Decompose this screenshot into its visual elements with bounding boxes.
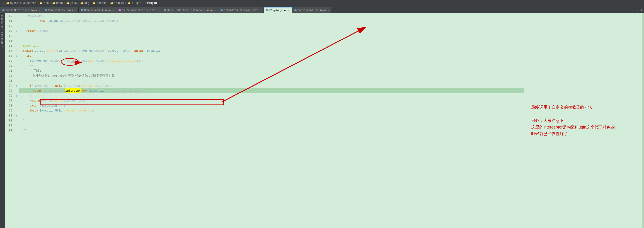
project-icon: 📁	[6, 2, 9, 5]
breadcrumb-ibatis: ibatis	[114, 2, 124, 5]
code-line-60: interfaces;	[18, 14, 524, 18]
tab-label: SecondLevelDemo.java	[6, 8, 37, 12]
breadcrumb-main: main	[56, 2, 63, 5]
breadcrumb-apache: apache	[97, 2, 106, 5]
code-line-79: throw ExceptionUtil.unwrapThrowable(e);	[18, 108, 524, 113]
tab-icon	[2, 9, 4, 11]
code-line-81: }	[18, 118, 524, 123]
annotation-text-1: 最终调用了自定义的拦截器的方法	[531, 104, 636, 110]
close-icon[interactable]: ✕	[112, 9, 114, 12]
annotation-text-2: 另外，大家注意下 这里的interceptor是构造Plugin这个代理对象的 …	[531, 118, 636, 137]
tab-icon	[164, 9, 166, 11]
code-line-80: }	[18, 113, 524, 118]
tab-label: MapperProxy.java	[48, 8, 73, 12]
code-line-67: public Object invoke(Object proxy, Metho…	[18, 48, 524, 54]
tab-configuration[interactable]: Configuration.java ✕	[292, 7, 331, 13]
tab-icon	[45, 9, 47, 11]
code-line-75: return interceptor.intercept(new Invocat…	[18, 88, 524, 94]
apache-icon: 📁	[93, 2, 96, 5]
close-icon[interactable]: ✕	[214, 9, 216, 12]
close-icon[interactable]: ✕	[38, 9, 40, 12]
breadcrumb-java: java	[70, 2, 77, 5]
title-bar: ⬛ 📁 mybatis-3-master › 📁 src › 📁 main › …	[0, 0, 644, 6]
tab-label: MapperMethod.java	[84, 8, 111, 12]
code-line-78: } catch (Exception e) {	[18, 103, 524, 108]
code-line-68: try {	[18, 54, 524, 58]
tab-sql-session-factory[interactable]: SqlSessionFactory.java ✕	[116, 7, 162, 13]
tab-icon	[294, 9, 296, 11]
code-line-76: }	[18, 94, 524, 98]
right-scrollbar[interactable]	[642, 13, 644, 228]
tab-mapper-proxy[interactable]: MapperProxy.java ✕	[42, 7, 78, 13]
tab-icon	[266, 9, 268, 11]
breadcrumb-plugin: plugin	[132, 2, 141, 5]
code-lines: interfaces; new Plugin(target, intercept…	[18, 13, 524, 228]
main-area: 1: Project Z-Structure 60 61 62 63 64 65…	[0, 13, 644, 228]
tab-label: DefaultSqlSession.java	[224, 8, 258, 12]
sidebar-item-structure[interactable]: Z-Structure	[0, 30, 5, 49]
gutter-icons: ◇ ↑ ◇ ◇ ◇ ◇	[14, 13, 18, 228]
tab-default-sql-session-factory[interactable]: DefaultSqlSessionFactory.java ✕	[162, 7, 218, 13]
tab-label: SqlSessionFactory.java	[122, 8, 156, 12]
breadcrumb-src: src	[44, 2, 49, 5]
tab-icon	[220, 9, 223, 11]
tab-icon	[118, 9, 121, 11]
tab-default-sql-session[interactable]: DefaultSqlSession.java ✕	[218, 7, 264, 13]
tab-plugin[interactable]: Plugin.java ✕	[264, 7, 292, 13]
ibatis-icon: 📁	[110, 2, 113, 5]
code-line-69: Set<Method> methods = signatureMap.get(m…	[18, 58, 524, 64]
close-icon[interactable]: ✕	[260, 9, 261, 12]
code-line-82	[18, 123, 524, 128]
close-icon[interactable]: ✕	[74, 9, 76, 12]
org-icon: 📁	[80, 2, 84, 5]
code-editor: 60 61 62 63 64 65 66 67 68 69 70 71 72 7…	[5, 13, 524, 228]
code-line-71: 拦截：	[18, 68, 524, 74]
code-line-66: @Override	[18, 44, 524, 48]
plugin-icon: 📁	[127, 2, 130, 5]
java-icon: 📁	[66, 2, 69, 5]
breadcrumb-class: Plugin	[147, 2, 157, 5]
code-line-63: return target;	[18, 28, 524, 34]
breadcrumb-project: mybatis-3-master	[10, 2, 36, 5]
line-numbers: 60 61 62 63 64 65 66 67 68 69 70 71 72 7…	[5, 13, 14, 228]
tab-label: Configuration.java	[298, 8, 326, 12]
tab-label: Plugin.java	[270, 9, 287, 12]
src-icon: 📁	[40, 2, 43, 5]
tab-overflow[interactable]: ⌵ 2	[635, 8, 644, 12]
code-line-61: new Plugin(target, interceptor, signatur…	[18, 18, 524, 24]
close-icon[interactable]: ✕	[288, 9, 290, 12]
close-icon[interactable]: ✕	[328, 9, 329, 12]
tab-mapper-method[interactable]: MapperMethod.java ✕	[79, 7, 116, 13]
main-icon: 📁	[52, 2, 55, 5]
tab-icon	[81, 9, 83, 11]
annotation-panel: 最终调用了自定义的拦截器的方法 另外，大家注意下 这里的interceptor是…	[524, 13, 642, 228]
class-icon: C	[144, 2, 146, 4]
code-line-73: */	[18, 78, 524, 84]
code-line-62: }	[18, 24, 524, 28]
breadcrumb: 📁 mybatis-3-master › 📁 src › 📁 main › 📁 …	[6, 2, 157, 5]
code-line-65	[18, 38, 524, 44]
close-icon[interactable]: ✕	[158, 9, 159, 12]
tab-label: DefaultSqlSessionFactory.java	[168, 8, 213, 12]
tab-bar: SecondLevelDemo.java ✕ MapperProxy.java …	[0, 6, 644, 13]
code-line-83: /**	[18, 128, 524, 133]
code-line-77: return method.invoke(target, args);	[18, 98, 524, 103]
left-sidebar: 1: Project Z-Structure	[0, 13, 5, 228]
code-line-64: }	[18, 34, 524, 38]
breadcrumb-org: org	[84, 2, 89, 5]
tab-second-level-demo[interactable]: SecondLevelDemo.java ✕	[0, 7, 42, 13]
code-line-70: /*	[18, 64, 524, 68]
sidebar-item-project[interactable]: 1: Project	[0, 13, 5, 30]
app-icon: ⬛	[2, 2, 5, 5]
code-line-72: 这个地方通过 methods中是否包含改方法，判断是否需要拦截	[18, 74, 524, 78]
code-line-74: if (methods != null && methods.contains(…	[18, 84, 524, 88]
